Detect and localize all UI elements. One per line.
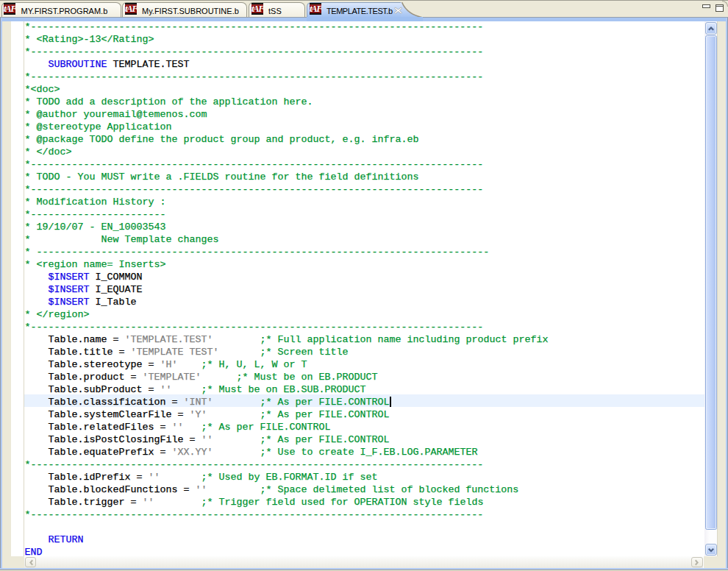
svg-text:tAF: tAF bbox=[310, 3, 321, 14]
svg-text:tAF: tAF bbox=[251, 3, 263, 14]
svg-text:tAF: tAF bbox=[4, 3, 15, 14]
svg-text:tAF: tAF bbox=[125, 3, 137, 14]
